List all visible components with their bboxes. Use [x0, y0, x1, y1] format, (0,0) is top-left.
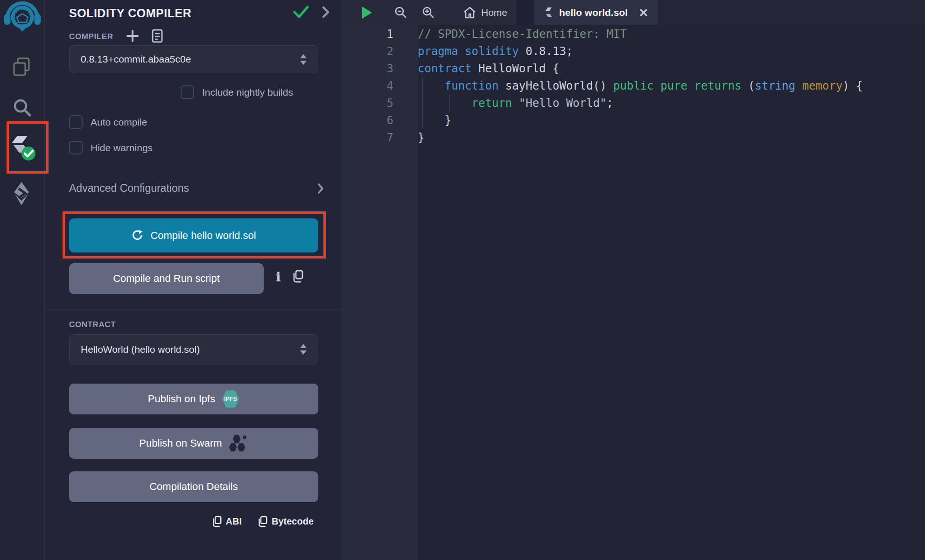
compile-button[interactable]: Compile hello world.sol [69, 218, 318, 252]
hide-warnings-checkbox[interactable] [69, 141, 83, 154]
publish-ipfs-label: Publish on Ipfs [148, 393, 215, 405]
file-explorer-icon[interactable] [0, 56, 45, 78]
code-lines: // SPDX-License-Identifier: MITpragma so… [418, 26, 925, 147]
code-line: contract HelloWorld { [418, 60, 925, 77]
nightly-builds-checkbox[interactable] [181, 85, 194, 99]
line-number: 7 [343, 129, 393, 147]
publish-swarm-button[interactable]: Publish on Swarm [69, 428, 318, 459]
publish-swarm-label: Publish on Swarm [139, 437, 222, 449]
compiler-doc-icon[interactable] [152, 29, 163, 45]
compile-and-run-button[interactable]: Compile and Run script [69, 263, 264, 294]
line-number: 4 [343, 77, 393, 95]
home-icon [463, 7, 476, 19]
hide-warnings-row: Hide warnings [69, 141, 153, 154]
copy-icon [258, 516, 267, 527]
solidity-compiler-panel: SOLIDITY COMPILER COMPILER [45, 0, 343, 560]
ipfs-logo-icon: IPFS [222, 390, 239, 408]
contract-select-value: HelloWorld (hello world.sol) [81, 344, 300, 355]
zoom-in-icon[interactable] [422, 6, 434, 19]
tab-home-label: Home [481, 7, 507, 18]
icon-sidebar [0, 0, 45, 560]
nightly-builds-row: Include nightly builds [181, 85, 293, 99]
indent-guide [422, 77, 423, 128]
compilation-details-button[interactable]: Compilation Details [69, 471, 318, 502]
line-number: 2 [343, 43, 393, 60]
copy-script-icon[interactable] [292, 270, 303, 285]
line-number: 3 [343, 60, 393, 77]
compiler-version-select[interactable]: 0.8.13+commit.abaa5c0e [69, 45, 318, 73]
compile-run-aux-icons: i [276, 270, 303, 285]
tab-hello-world-sol[interactable]: hello world.sol [534, 0, 658, 25]
compilation-details-label: Compilation Details [149, 481, 238, 493]
gutter: 1234567 [343, 26, 393, 147]
contract-select[interactable]: HelloWorld (hello world.sol) [69, 334, 318, 364]
hide-warnings-label: Hide warnings [91, 142, 153, 154]
solidity-compiler-icon[interactable] [0, 133, 45, 162]
remix-ide-window: SOLIDITY COMPILER COMPILER [0, 0, 925, 560]
compile-and-run-label: Compile and Run script [113, 273, 220, 285]
tab-close-icon[interactable] [639, 8, 648, 17]
tabbar-filler [658, 0, 925, 25]
tab-file-label: hello world.sol [559, 7, 628, 18]
swarm-logo-icon [229, 434, 248, 452]
line-number: 6 [343, 112, 393, 129]
compiler-section-header: COMPILER [69, 29, 163, 45]
code-editor[interactable]: 1234567 // SPDX-License-Identifier: MITp… [343, 25, 925, 560]
search-icon[interactable] [0, 97, 45, 119]
code-line: return "Hello World"; [418, 95, 925, 112]
section-divider [45, 309, 343, 310]
panel-header: SOLIDITY COMPILER [69, 6, 329, 21]
solidity-file-icon [545, 6, 553, 19]
panel-title: SOLIDITY COMPILER [69, 7, 293, 20]
compiler-version-value: 0.8.13+commit.abaa5c0e [81, 54, 300, 65]
code-line: } [418, 112, 925, 129]
auto-compile-label: Auto compile [91, 117, 147, 128]
line-number: 5 [343, 95, 393, 112]
abi-bytecode-row: ABI Bytecode [212, 516, 314, 527]
editor-toolbar: Home hello world.sol [343, 0, 925, 25]
add-compiler-plus-icon[interactable] [126, 30, 139, 44]
auto-compile-row: Auto compile [69, 115, 147, 129]
nightly-builds-label: Include nightly builds [202, 87, 293, 98]
advanced-configurations-label: Advanced Configurations [69, 182, 317, 195]
select-updown-icon [300, 344, 307, 355]
copy-abi-button[interactable]: ABI [212, 516, 242, 527]
publish-ipfs-button[interactable]: Publish on Ipfs IPFS [69, 384, 318, 414]
bytecode-label: Bytecode [272, 516, 314, 527]
auto-compile-checkbox[interactable] [69, 115, 83, 129]
tab-separator [517, 0, 534, 25]
code-line: function sayHelloWorld() public pure ret… [418, 77, 925, 95]
editor-pane: Home hello world.sol 1234567 // SPDX-Lic… [343, 0, 925, 560]
advanced-chevron-icon [317, 183, 324, 194]
contract-section-label: CONTRACT [69, 320, 116, 329]
code-line: // SPDX-License-Identifier: MIT [418, 26, 925, 43]
tab-home[interactable]: Home [463, 7, 507, 19]
remix-logo-icon[interactable] [0, 1, 45, 32]
code-line: pragma solidity 0.8.13; [418, 43, 925, 60]
advanced-configurations-toggle[interactable]: Advanced Configurations [69, 182, 324, 195]
select-updown-icon [300, 54, 307, 65]
zoom-out-icon[interactable] [394, 6, 407, 19]
refresh-icon [131, 229, 144, 242]
indent-guide [449, 95, 450, 112]
run-script-play-icon[interactable] [361, 6, 373, 20]
code-line: } [418, 129, 925, 147]
abi-label: ABI [226, 516, 242, 527]
deploy-run-ethereum-icon[interactable] [0, 181, 45, 205]
line-number: 1 [343, 26, 393, 43]
compile-success-check-icon [293, 6, 309, 21]
copy-bytecode-button[interactable]: Bytecode [258, 516, 314, 527]
panel-collapse-chevron-icon[interactable] [322, 6, 329, 20]
compile-button-label: Compile hello world.sol [150, 230, 256, 242]
info-icon[interactable]: i [276, 271, 281, 284]
compiler-section-label: COMPILER [69, 32, 113, 42]
copy-icon [212, 516, 222, 527]
